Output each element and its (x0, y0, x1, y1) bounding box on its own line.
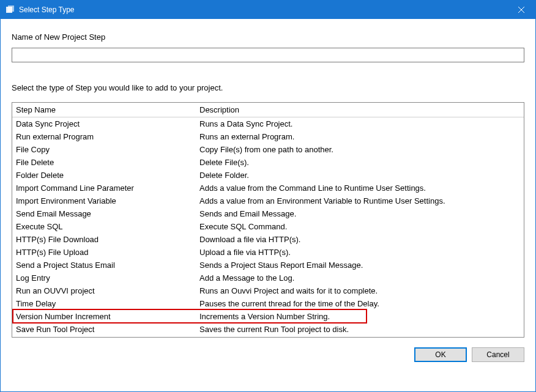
window-title: Select Step Type (19, 6, 507, 14)
list-item[interactable]: File DeleteDelete File(s). (12, 156, 524, 169)
step-type-list: Step Name Description Data Sync ProjectR… (12, 102, 524, 338)
step-desc-cell: Sends a Project Staus Report Email Messa… (196, 261, 524, 270)
step-name-cell: Version Number Increment (12, 312, 196, 321)
step-desc-cell: Execute SQL Command. (196, 222, 524, 231)
step-desc-cell: Runs a Data Sync Project. (196, 119, 524, 128)
list-item[interactable]: Version Number IncrementIncrements a Ver… (12, 310, 524, 323)
dialog-body: Name of New Project Step Select the type… (1, 19, 535, 391)
step-name-cell: Run external Program (12, 132, 196, 141)
step-name-cell: File Copy (12, 145, 196, 154)
list-item[interactable]: Import Command Line ParameterAdds a valu… (12, 182, 524, 194)
step-name-cell: Import Command Line Parameter (12, 183, 196, 193)
list-item[interactable]: Send a Project Status EmailSends a Proje… (12, 259, 524, 272)
step-desc-cell: Delete Folder. (196, 171, 524, 180)
list-item[interactable]: Save Run Tool ProjectSaves the current R… (12, 323, 524, 336)
step-name-cell: Send Email Message (12, 209, 196, 218)
button-row: OK Cancel (12, 347, 524, 362)
step-desc-cell: Add a Message to the Log. (196, 273, 524, 283)
cancel-button[interactable]: Cancel (472, 347, 524, 362)
step-desc-cell: Delete File(s). (196, 158, 524, 167)
list-item[interactable]: Data Sync ProjectRuns a Data Sync Projec… (12, 117, 524, 130)
list-item[interactable]: Send Email MessageSends and Email Messag… (12, 207, 524, 220)
step-name-cell: Folder Delete (12, 171, 196, 180)
list-item[interactable]: Execute SQLExecute SQL Command. (12, 220, 524, 233)
step-desc-cell: Runs an Ouvvi Project and waits for it t… (196, 286, 524, 295)
step-desc-cell: Download a file via HTTP(s). (196, 235, 524, 244)
step-desc-cell: Saves the current Run Tool project to di… (196, 325, 524, 334)
close-icon (518, 7, 524, 13)
step-desc-cell: Adds a value from the Command Line to Ru… (196, 183, 524, 193)
svg-rect-1 (8, 6, 14, 12)
list-body: Data Sync ProjectRuns a Data Sync Projec… (12, 117, 524, 336)
step-desc-cell: Sends and Email Message. (196, 209, 524, 218)
step-desc-cell: Runs an external Program. (196, 132, 524, 141)
titlebar: Select Step Type (1, 1, 535, 19)
list-header: Step Name Description (12, 103, 524, 117)
step-name-cell: HTTP(s) File Download (12, 235, 196, 244)
instruction-text: Select the type of Step you would like t… (12, 83, 524, 92)
step-name-cell: Run an OUVVI project (12, 286, 196, 295)
step-name-cell: Log Entry (12, 273, 196, 283)
dialog-window: Select Step Type Name of New Project Ste… (0, 0, 536, 392)
app-icon (6, 5, 15, 15)
step-desc-cell: Copy File(s) from one path to another. (196, 145, 524, 154)
list-item[interactable]: Folder DeleteDelete Folder. (12, 169, 524, 182)
step-name-cell: File Delete (12, 158, 196, 167)
step-name-cell: Time Delay (12, 299, 196, 308)
step-desc-cell: Pauses the current thread for the time o… (196, 299, 524, 308)
step-name-cell: Data Sync Project (12, 119, 196, 128)
list-item[interactable]: Run an OUVVI projectRuns an Ouvvi Projec… (12, 284, 524, 297)
step-desc-cell: Upload a file via HTTP(s). (196, 248, 524, 257)
column-description[interactable]: Description (196, 105, 524, 114)
column-step-name[interactable]: Step Name (12, 105, 196, 114)
list-item[interactable]: HTTP(s) File DownloadDownload a file via… (12, 233, 524, 246)
step-name-cell: Import Environment Variable (12, 196, 196, 205)
list-item[interactable]: Run external ProgramRuns an external Pro… (12, 130, 524, 143)
list-item[interactable]: File CopyCopy File(s) from one path to a… (12, 143, 524, 156)
step-name-cell: HTTP(s) File Upload (12, 248, 196, 257)
name-label: Name of New Project Step (12, 32, 524, 42)
step-desc-cell: Adds a value from an Environment Variabl… (196, 196, 524, 205)
list-item[interactable]: Log EntryAdd a Message to the Log. (12, 272, 524, 284)
list-item[interactable]: Import Environment VariableAdds a value … (12, 194, 524, 207)
ok-button[interactable]: OK (414, 347, 467, 362)
step-name-cell: Send a Project Status Email (12, 261, 196, 270)
step-desc-cell: Increments a Version Number String. (196, 312, 524, 321)
step-name-cell: Save Run Tool Project (12, 325, 196, 334)
close-button[interactable] (507, 1, 535, 19)
list-item[interactable]: Time DelayPauses the current thread for … (12, 297, 524, 310)
step-name-cell: Execute SQL (12, 222, 196, 231)
step-name-input[interactable] (12, 48, 524, 62)
list-item[interactable]: HTTP(s) File UploadUpload a file via HTT… (12, 246, 524, 259)
